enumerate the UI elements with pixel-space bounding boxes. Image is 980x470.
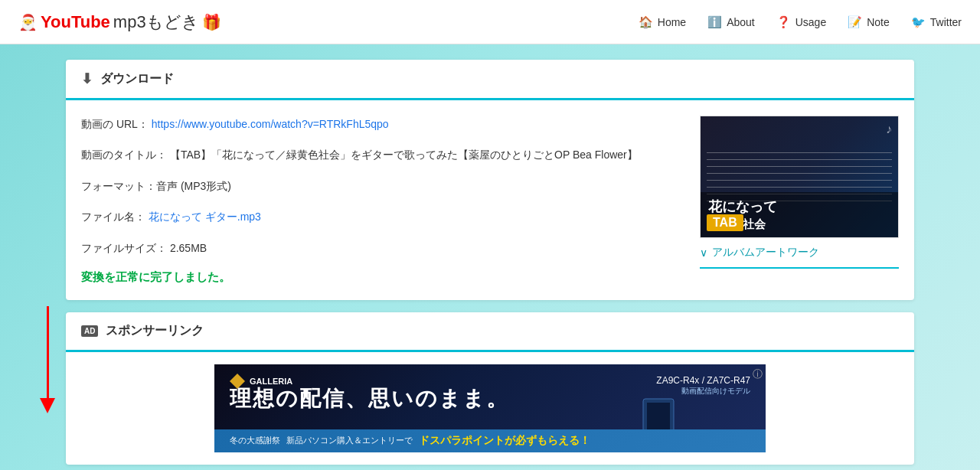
url-label: 動画の URL： <box>81 118 149 130</box>
arrow-line <box>47 306 49 398</box>
sponsor-content: GALLERIA 理想の配信、思いのまま。 ZA9C-R4x / ZA7C-R4… <box>66 352 914 465</box>
title-row: 動画のタイトル： 【TAB】「花になって／緑黄色社会」をギターで歌ってみた【薬屋… <box>81 146 684 163</box>
album-artwork-toggle[interactable]: ∨ アルバムアートワーク <box>700 238 899 269</box>
sheet-line-1 <box>707 152 892 153</box>
nav-usage[interactable]: ❓ Usage <box>776 15 826 29</box>
arrow-head <box>40 398 55 413</box>
filename-row: ファイル名： 花になって ギター.mp3 <box>81 208 684 225</box>
format-label: フォーマット：音声 (MP3形式) <box>81 180 231 192</box>
tab-badge: TAB <box>707 214 743 231</box>
header: 🎅 YouTube mp3もどき 🎁 🏠 Home ℹ️ About ❓ Usa… <box>0 0 980 44</box>
sheet-line-5 <box>707 180 892 181</box>
filename-label: ファイル名： <box>81 211 145 223</box>
sheet-line-6 <box>707 187 892 188</box>
title-label: 動画のタイトル： <box>81 149 167 161</box>
ad-icon: AD <box>81 325 98 337</box>
banner-info-icon-top[interactable]: ⓘ <box>753 367 763 381</box>
title-value: 【TAB】「花になって／緑黄色社会」をギターで歌ってみた【薬屋のひとりごとOP … <box>170 149 638 161</box>
banner-main-text: 理想の配信、思いのまま。 <box>230 386 509 412</box>
sponsor-header-label: スポンサーリンク <box>106 323 204 339</box>
note-icon: 📝 <box>848 15 862 29</box>
watermark: noribeyar <box>825 353 896 373</box>
filename-link[interactable]: 花になって ギター.mp3 <box>149 211 261 223</box>
thumbnail-area: ♪ 花になって 緑黄色社会 TAB ∨ アルバム <box>700 116 899 285</box>
thumb-title-line1: 花になって <box>708 198 890 216</box>
sheet-line-4 <box>707 173 892 174</box>
usage-icon: ❓ <box>776 15 791 29</box>
url-row: 動画の URL： https://www.youtube.com/watch?v… <box>81 116 684 132</box>
banner-season-text: 冬の大感謝祭 <box>230 435 280 446</box>
banner-model-text: ZA9C-R4x / ZA7C-R47 <box>656 375 750 386</box>
nav-usage-label: Usage <box>795 16 826 28</box>
download-card-header: ⬇ ダウンロード <box>66 60 914 100</box>
download-icon: ⬇ <box>81 70 93 87</box>
filesize-label: ファイルサイズ： <box>81 242 167 254</box>
nav-twitter-label: Twitter <box>930 16 962 28</box>
sheet-line-2 <box>707 159 892 160</box>
about-icon: ℹ️ <box>707 15 722 29</box>
banner-bottom-text: 新品パソコン購入＆エントリーで <box>286 435 413 446</box>
download-info: 動画の URL： https://www.youtube.com/watch?v… <box>81 116 684 285</box>
filesize-row: ファイルサイズ： 2.65MB <box>81 240 684 256</box>
nav-note[interactable]: 📝 Note <box>848 15 890 29</box>
banner-bottom-highlight: ドスパラポイントが必ずもらえる！ <box>419 434 590 448</box>
main-content: ⬇ ダウンロード 動画の URL： https://www.youtube.co… <box>0 44 980 470</box>
logo-emoji-left: 🎅 <box>18 13 38 31</box>
site-logo[interactable]: 🎅 YouTube mp3もどき 🎁 <box>18 11 221 34</box>
nav-about-label: About <box>727 16 755 28</box>
sponsor-banner[interactable]: GALLERIA 理想の配信、思いのまま。 ZA9C-R4x / ZA7C-R4… <box>214 364 766 452</box>
banner-text-line1: 理想の配信、思いのまま。 <box>230 387 509 410</box>
svg-rect-1 <box>647 403 670 433</box>
nav-twitter[interactable]: 🐦 Twitter <box>911 15 962 29</box>
success-message: 変換を正常に完了しました。 <box>81 270 684 285</box>
main-nav: 🏠 Home ℹ️ About ❓ Usage 📝 Note 🐦 Twitter <box>639 15 962 29</box>
download-card-body: 動画の URL： https://www.youtube.com/watch?v… <box>66 100 914 300</box>
download-card: ⬇ ダウンロード 動画の URL： https://www.youtube.co… <box>66 60 914 300</box>
banner-bottom-strip: 冬の大感謝祭 新品パソコン購入＆エントリーで ドスパラポイントが必ずもらえる！ <box>214 429 766 452</box>
container: ⬇ ダウンロード 動画の URL： https://www.youtube.co… <box>54 44 926 470</box>
thumbnail-image: ♪ 花になって 緑黄色社会 TAB <box>700 116 899 238</box>
nav-note-label: Note <box>867 16 890 28</box>
url-link[interactable]: https://www.youtube.com/watch?v=RTRkFhL5… <box>152 118 389 130</box>
twitter-icon: 🐦 <box>911 15 926 29</box>
note-decoration: ♪ <box>886 122 892 136</box>
logo-emoji-right: 🎁 <box>202 13 221 31</box>
nav-home[interactable]: 🏠 Home <box>639 15 686 29</box>
home-icon: 🏠 <box>639 15 653 29</box>
logo-youtube-text: YouTube <box>41 12 110 32</box>
download-header-label: ダウンロード <box>100 71 174 87</box>
nav-home-label: Home <box>658 16 686 28</box>
album-artwork-label: アルバムアートワーク <box>712 246 819 259</box>
side-arrow <box>40 306 55 413</box>
sponsor-card-header: AD スポンサーリンク <box>66 312 914 352</box>
nav-about[interactable]: ℹ️ About <box>707 15 755 29</box>
logo-mp3-text: mp3もどき <box>113 11 199 34</box>
sheet-line-3 <box>707 166 892 167</box>
galleria-text: GALLERIA <box>250 377 292 386</box>
format-row: フォーマット：音声 (MP3形式) <box>81 178 684 194</box>
filesize-value: 2.65MB <box>170 242 207 254</box>
sponsor-card: AD スポンサーリンク GALLERIA 理想の配信、思いのまま。 ZA9C-R… <box>66 312 914 465</box>
chevron-down-icon: ∨ <box>700 246 707 259</box>
